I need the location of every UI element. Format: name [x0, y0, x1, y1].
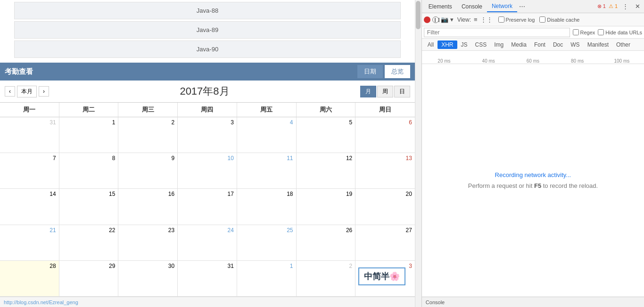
- nt-tab-doc[interactable]: Doc: [549, 40, 567, 49]
- header-sun: 周日: [355, 103, 415, 117]
- scrollbar-track[interactable]: [415, 0, 421, 307]
- preserve-log-label[interactable]: Preserve log: [498, 16, 535, 23]
- list-view-icon[interactable]: ≡: [473, 16, 479, 23]
- watermark: 中简半🌸: [358, 267, 405, 285]
- disable-cache-label[interactable]: Disable cache: [539, 16, 579, 23]
- nt-tab-font[interactable]: Font: [530, 40, 549, 49]
- cal-cell[interactable]: 27: [355, 225, 415, 261]
- cal-cell[interactable]: 22: [59, 225, 119, 261]
- view-style-icons: ≡ ⋮⋮: [473, 16, 494, 23]
- nt-tab-css[interactable]: CSS: [471, 40, 491, 49]
- cal-cell[interactable]: 23: [118, 225, 178, 261]
- next-month-btn[interactable]: ›: [39, 86, 49, 97]
- view-buttons: 月 周 日: [360, 86, 410, 97]
- nt-tab-ws[interactable]: WS: [567, 40, 583, 49]
- cal-cell[interactable]: 16: [118, 189, 178, 225]
- this-month-btn[interactable]: 本月: [17, 86, 37, 97]
- cal-cell[interactable]: 11: [237, 153, 297, 189]
- preserve-log-checkbox[interactable]: [498, 16, 504, 23]
- cal-cell[interactable]: 12: [297, 153, 356, 189]
- cal-cell[interactable]: 20: [355, 189, 415, 225]
- tl-20ms: 20 ms: [422, 58, 466, 64]
- devtools-close-btn[interactable]: ✕: [633, 2, 642, 11]
- nt-tab-js[interactable]: JS: [457, 40, 471, 49]
- list-item-java89[interactable]: Java-89: [14, 21, 401, 39]
- devtools-tab-console[interactable]: Console: [457, 1, 487, 12]
- screenshot-icon[interactable]: 📷: [441, 16, 448, 23]
- view-day-btn[interactable]: 日: [394, 86, 410, 97]
- cal-cell[interactable]: 25: [237, 225, 297, 261]
- cal-cell[interactable]: 6: [355, 117, 415, 153]
- devtools-tab-network[interactable]: Network: [487, 1, 517, 12]
- devtools-menu-btn[interactable]: ⋮: [620, 2, 630, 11]
- hide-data-urls-label[interactable]: Hide data URLs: [598, 29, 642, 35]
- devtools-bottom-bar: Console: [422, 297, 644, 307]
- cal-cell[interactable]: 3: [178, 117, 237, 153]
- tl-100ms: 100 ms: [600, 58, 644, 64]
- nt-tab-manifest[interactable]: Manifest: [584, 40, 612, 49]
- prev-month-btn[interactable]: ‹: [5, 86, 15, 97]
- cal-cell[interactable]: 31: [178, 261, 237, 297]
- recording-msg: Recording network activity...: [495, 171, 571, 178]
- list-section: Java-88 Java-89 Java-90: [0, 0, 415, 60]
- timeline-labels: 20 ms 40 ms 60 ms 80 ms 100 ms: [422, 56, 644, 64]
- cal-cell[interactable]: 17: [178, 189, 237, 225]
- cal-cell[interactable]: 30: [118, 261, 178, 297]
- cal-cell[interactable]: 8: [59, 153, 119, 189]
- devtools-toolbar: 📷 ▾ View: ≡ ⋮⋮ Preserve log Disable cach…: [422, 13, 644, 26]
- list-item-java88[interactable]: Java-88: [14, 2, 401, 19]
- cal-cell[interactable]: 10: [178, 153, 237, 189]
- cal-cell[interactable]: 31: [0, 117, 59, 153]
- calendar-nav: ‹ 本月 › 2017年8月 月 周 日: [0, 81, 415, 102]
- more-tabs-btn[interactable]: ⋯: [517, 2, 527, 11]
- nt-tab-all[interactable]: All: [424, 40, 438, 49]
- scrollbar-thumb[interactable]: [416, 1, 421, 29]
- tab-overview[interactable]: 总览: [385, 65, 410, 78]
- regex-label[interactable]: Regex: [573, 29, 595, 35]
- cal-cell[interactable]: 9: [118, 153, 178, 189]
- cal-cell[interactable]: 1: [237, 261, 297, 297]
- record-button[interactable]: [424, 16, 430, 23]
- nt-tab-other[interactable]: Other: [612, 40, 634, 49]
- header-sat: 周六: [297, 103, 356, 117]
- console-tab-bottom[interactable]: Console: [426, 299, 445, 305]
- cal-cell[interactable]: 5: [297, 117, 356, 153]
- hide-data-urls-checkbox[interactable]: [598, 29, 604, 35]
- error-badge: ⊗ 1: [597, 3, 606, 9]
- cal-cell[interactable]: 18: [237, 189, 297, 225]
- nt-tab-xhr[interactable]: XHR: [438, 40, 457, 49]
- cal-cell[interactable]: 14: [0, 189, 59, 225]
- cal-cell[interactable]: 21: [0, 225, 59, 261]
- view-month-btn[interactable]: 月: [360, 86, 376, 97]
- filter-funnel-icon[interactable]: ▾: [450, 16, 454, 23]
- cal-cell[interactable]: 24: [178, 225, 237, 261]
- cal-cell[interactable]: 4: [237, 117, 297, 153]
- cal-cell[interactable]: 2: [118, 117, 178, 153]
- list-item-java90[interactable]: Java-90: [14, 40, 401, 58]
- view-week-btn[interactable]: 周: [377, 86, 393, 97]
- cal-cell[interactable]: 15: [59, 189, 119, 225]
- disable-cache-checkbox[interactable]: [539, 16, 545, 23]
- network-empty-state: Recording network activity... Perform a …: [422, 64, 644, 297]
- filter-input[interactable]: [424, 28, 570, 37]
- cal-cell[interactable]: 29: [59, 261, 119, 297]
- devtools-panel: Elements Console Network ⋯ ⊗ 1 ⚠ 1 ⋮ ✕ 📷…: [421, 0, 644, 307]
- nt-tab-img[interactable]: Img: [490, 40, 507, 49]
- regex-checkbox[interactable]: [573, 29, 579, 35]
- tl-40ms: 40 ms: [466, 58, 511, 64]
- network-type-tabs: All XHR JS CSS Img Media Font Doc WS Man…: [422, 39, 644, 51]
- devtools-tab-elements[interactable]: Elements: [424, 1, 457, 12]
- grid-view-icon[interactable]: ⋮⋮: [479, 16, 494, 23]
- cal-cell[interactable]: 19: [297, 189, 356, 225]
- stop-recording-icon[interactable]: [432, 16, 439, 23]
- nt-tab-media[interactable]: Media: [507, 40, 530, 49]
- cal-cell[interactable]: 2: [297, 261, 356, 297]
- filter-bar: Regex Hide data URLs: [422, 26, 644, 39]
- tab-date[interactable]: 日期: [357, 65, 383, 78]
- cal-cell[interactable]: 13: [355, 153, 415, 189]
- header-thu: 周四: [178, 103, 237, 117]
- cal-cell[interactable]: 1: [59, 117, 119, 153]
- cal-cell-today[interactable]: 28: [0, 261, 59, 297]
- cal-cell[interactable]: 7: [0, 153, 59, 189]
- cal-cell[interactable]: 26: [297, 225, 356, 261]
